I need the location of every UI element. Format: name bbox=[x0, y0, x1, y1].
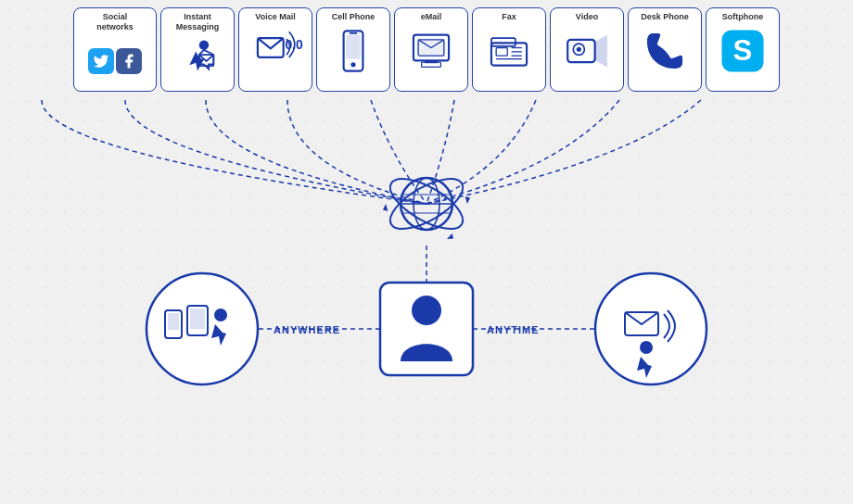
anywhere-circle bbox=[146, 273, 258, 384]
globe-icon bbox=[381, 169, 472, 242]
channel-cellphone: Cell Phone bbox=[316, 7, 390, 92]
channel-social: Socialnetworks bbox=[73, 7, 157, 92]
svg-marker-21 bbox=[595, 36, 606, 65]
channel-email: eMail bbox=[394, 7, 468, 92]
svg-marker-36 bbox=[464, 195, 472, 204]
svg-point-46 bbox=[214, 309, 227, 321]
channel-softphone-label: Softphone bbox=[722, 12, 764, 22]
svg-rect-5 bbox=[346, 34, 361, 58]
channel-social-label: Socialnetworks bbox=[96, 12, 134, 32]
twitter-icon bbox=[88, 48, 114, 74]
svg-point-0 bbox=[199, 40, 209, 49]
channel-video-label: Video bbox=[576, 12, 598, 22]
channel-bar: Socialnetworks InstantMessaging bbox=[0, 0, 853, 99]
svg-point-47 bbox=[595, 273, 707, 384]
anywhere-label: ANYWHERE bbox=[274, 324, 340, 335]
svg-rect-45 bbox=[190, 309, 205, 329]
anytime-circle bbox=[595, 273, 707, 384]
svg-point-30 bbox=[414, 178, 439, 230]
channel-voicemail: Voice Mail 0.0 bbox=[238, 7, 312, 92]
channel-social-icon bbox=[89, 35, 141, 87]
channel-fax-label: Fax bbox=[502, 12, 516, 22]
svg-point-35 bbox=[383, 169, 470, 238]
svg-text:S: S bbox=[733, 34, 753, 67]
channel-video: Video bbox=[550, 7, 624, 92]
svg-point-29 bbox=[401, 178, 452, 230]
svg-rect-44 bbox=[187, 306, 208, 335]
channel-softphone-icon: S bbox=[717, 25, 769, 77]
person-box bbox=[380, 283, 473, 375]
svg-rect-48 bbox=[625, 312, 658, 335]
svg-point-6 bbox=[350, 62, 355, 67]
channel-email-icon bbox=[405, 25, 457, 77]
channel-voicemail-icon: 0.0 bbox=[249, 25, 301, 77]
channel-deskphone: Desk Phone bbox=[628, 7, 702, 92]
channel-im: InstantMessaging bbox=[160, 7, 235, 92]
channel-voicemail-label: Voice Mail bbox=[255, 12, 295, 22]
channel-im-label: InstantMessaging bbox=[176, 12, 220, 32]
facebook-icon bbox=[116, 48, 142, 74]
channel-fax-icon bbox=[483, 25, 535, 77]
svg-point-34 bbox=[383, 169, 470, 238]
channel-softphone: Softphone S bbox=[706, 7, 780, 92]
channel-cellphone-icon bbox=[327, 25, 379, 77]
channel-video-icon bbox=[561, 25, 613, 77]
svg-rect-43 bbox=[168, 313, 179, 330]
svg-point-23 bbox=[577, 46, 581, 51]
svg-rect-20 bbox=[567, 40, 594, 62]
svg-rect-14 bbox=[496, 47, 507, 56]
channel-cellphone-label: Cell Phone bbox=[332, 12, 376, 22]
anytime-label: ANYTIME bbox=[487, 324, 540, 335]
channel-email-label: eMail bbox=[421, 12, 442, 22]
channel-deskphone-label: Desk Phone bbox=[641, 12, 689, 22]
svg-rect-42 bbox=[165, 310, 182, 338]
svg-marker-37 bbox=[381, 204, 389, 213]
svg-rect-39 bbox=[380, 283, 473, 375]
svg-point-49 bbox=[640, 341, 653, 354]
channel-im-icon bbox=[172, 35, 223, 87]
svg-marker-38 bbox=[447, 233, 455, 242]
channel-deskphone-icon bbox=[639, 25, 691, 77]
channel-fax: Fax bbox=[472, 7, 546, 92]
svg-point-40 bbox=[412, 296, 441, 325]
svg-point-41 bbox=[146, 273, 258, 384]
